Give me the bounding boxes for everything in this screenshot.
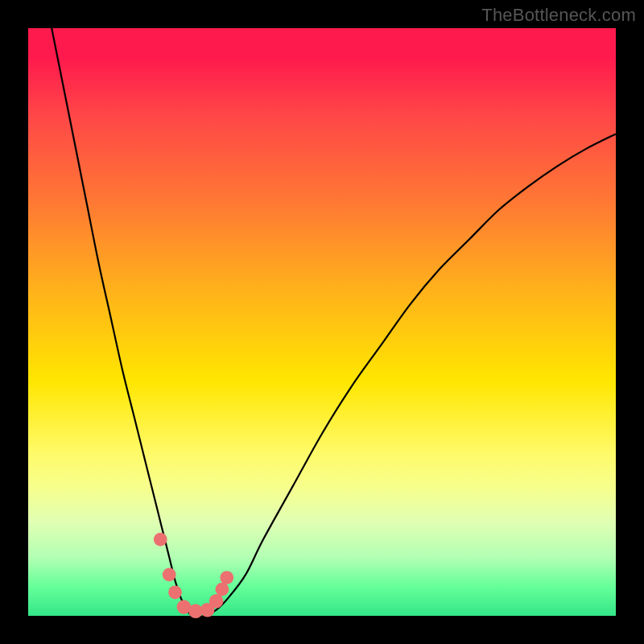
chart-frame: TheBottleneck.com — [0, 0, 644, 644]
curve-marker — [154, 533, 167, 547]
plot-area — [28, 28, 616, 616]
curve-svg — [28, 28, 616, 616]
curve-marker — [209, 594, 224, 609]
curve-marker — [220, 571, 233, 584]
watermark-text: TheBottleneck.com — [481, 5, 636, 26]
curve-marker — [163, 568, 176, 582]
bottleneck-curve — [52, 28, 616, 617]
curve-marker — [216, 583, 229, 597]
curve-marker — [168, 585, 182, 599]
